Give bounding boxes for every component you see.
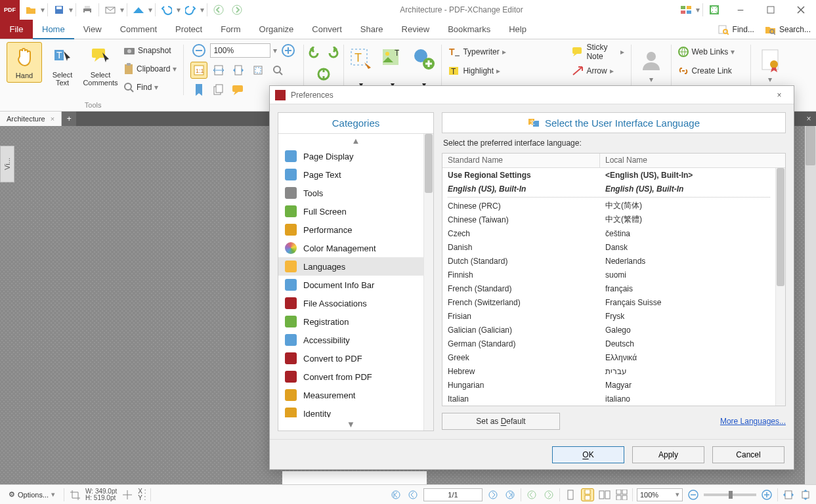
minimize-button[interactable]: ─ — [725, 0, 756, 20]
col-standard[interactable]: Standard Name — [442, 154, 600, 167]
edit-image-icon[interactable]: T — [379, 46, 406, 72]
pages-icon[interactable] — [210, 81, 227, 98]
lang-row[interactable]: Italianitaliano — [442, 392, 775, 406]
tab-comment[interactable]: Comment — [111, 20, 166, 39]
lang-row[interactable]: Dutch (Standard)Nederlands — [442, 254, 775, 268]
weblinks-button[interactable]: Web Links▾ — [676, 43, 737, 60]
bookmark-flag-icon[interactable] — [190, 81, 207, 98]
fit-visible-button[interactable] — [249, 62, 267, 79]
fit-width-button[interactable] — [230, 62, 247, 79]
highlight-button[interactable]: THighlight▸ — [446, 62, 503, 79]
lang-row[interactable]: Use Regional Settings<English (US), Buil… — [442, 168, 775, 182]
clipboard-button[interactable]: Clipboard▾ — [121, 60, 179, 77]
scan-icon[interactable] — [130, 1, 147, 18]
zoom-select[interactable]: 100%▾ — [637, 488, 683, 501]
categories-list[interactable]: ▲ Page DisplayPage TextToolsFull ScreenP… — [278, 134, 433, 430]
lang-row[interactable]: FrisianFrysk — [442, 309, 775, 323]
category-registration[interactable]: Registration — [278, 312, 433, 331]
search-button[interactable]: Search... — [760, 20, 816, 39]
category-languages[interactable]: Languages — [278, 257, 433, 276]
category-measurement[interactable]: Measurement — [278, 386, 433, 404]
cat-scroll-down[interactable]: ▼ — [278, 417, 423, 430]
lang-row[interactable]: Chinese (Taiwan)中文(繁體) — [442, 213, 775, 226]
tab-review[interactable]: Review — [393, 20, 439, 39]
lang-row[interactable]: HungarianMagyar — [442, 378, 775, 392]
nav-pane-tab[interactable]: Vi... — [0, 146, 14, 182]
close-button[interactable] — [786, 0, 816, 20]
rotate-ccw-icon[interactable] — [305, 45, 322, 62]
two-page-cont-icon[interactable] — [615, 488, 628, 501]
category-convert-from-pdf[interactable]: Convert from PDF — [278, 368, 433, 386]
doc-tab-architecture[interactable]: Architecture × — [0, 112, 62, 126]
tab-share[interactable]: Share — [351, 20, 393, 39]
lang-row[interactable]: English (US), Built-InEnglish (US), Buil… — [442, 182, 775, 196]
cancel-button[interactable]: Cancel — [712, 446, 784, 463]
lang-row[interactable]: German (Standard)Deutsch — [442, 337, 775, 350]
find-ribbon-button[interactable]: Find▾ — [121, 79, 179, 96]
save-icon[interactable] — [51, 1, 68, 18]
createlink-button[interactable]: Create Link — [676, 62, 734, 79]
tab-convert[interactable]: Convert — [303, 20, 351, 39]
edit-text-icon[interactable]: T — [348, 46, 374, 72]
zoom-marquee-button[interactable] — [269, 62, 286, 79]
select-text-tool[interactable]: T Select Text — [45, 42, 80, 89]
add-doc-tab[interactable]: + — [62, 112, 76, 126]
cat-scroll-up[interactable]: ▲ — [278, 134, 433, 147]
lang-row[interactable]: Galician (Galician)Galego — [442, 323, 775, 337]
zoom-value[interactable]: 100% — [210, 43, 270, 58]
category-full-screen[interactable]: Full Screen — [278, 202, 433, 220]
close-doc-icon[interactable]: × — [51, 115, 54, 123]
tab-view[interactable]: View — [74, 20, 111, 39]
comment-flag-icon[interactable] — [230, 81, 247, 98]
open-icon[interactable] — [22, 1, 39, 18]
lang-row[interactable]: GreekΕλληνικά — [442, 350, 775, 364]
lang-scrollbar[interactable] — [775, 168, 785, 406]
hand-tool[interactable]: Hand — [7, 42, 42, 83]
lang-row[interactable]: DanishDansk — [442, 240, 775, 254]
lang-row[interactable]: French (Standard)français — [442, 282, 775, 295]
sign-button[interactable]: ▾ — [635, 46, 667, 87]
lang-row[interactable]: Hebrewעברית — [442, 364, 775, 378]
tab-form[interactable]: Form — [211, 20, 249, 39]
fullscreen-icon[interactable] — [706, 1, 723, 18]
lang-row[interactable]: Finnishsuomi — [442, 268, 775, 282]
next-page-icon[interactable] — [486, 488, 500, 501]
fit-width-sb-icon[interactable] — [782, 488, 795, 501]
redo-icon[interactable] — [182, 1, 199, 18]
two-page-icon[interactable] — [598, 488, 611, 501]
last-page-icon[interactable] — [504, 488, 517, 501]
category-tools[interactable]: Tools — [278, 184, 433, 202]
actual-size-button[interactable]: 1:1 — [190, 62, 207, 79]
typewriter-button[interactable]: TTypewriter▸ — [446, 43, 508, 60]
tab-bookmarks[interactable]: Bookmarks — [439, 20, 500, 39]
first-page-icon[interactable] — [389, 488, 402, 501]
fit-page-sb-icon[interactable] — [799, 488, 812, 501]
tab-home[interactable]: Home — [33, 20, 74, 39]
ok-button[interactable]: OK — [552, 446, 624, 463]
prev-page-icon[interactable] — [406, 488, 419, 501]
ui-options-icon[interactable] — [677, 1, 695, 18]
tab-help[interactable]: Help — [500, 20, 536, 39]
sb-zoom-out-icon[interactable] — [687, 488, 700, 501]
arrow-button[interactable]: Arrow▸ — [569, 62, 616, 79]
sb-zoom-in-icon[interactable] — [760, 488, 773, 501]
undo-icon[interactable] — [158, 1, 175, 18]
category-accessibility[interactable]: Accessibility — [278, 331, 433, 349]
nav-back-sb-icon[interactable] — [525, 488, 538, 501]
page-box[interactable]: 1/1 — [423, 488, 483, 501]
sb-options[interactable]: ⚙Options...▾ — [4, 487, 60, 503]
fit-page-button[interactable] — [210, 62, 227, 79]
crop-icon[interactable] — [68, 488, 81, 501]
lang-row[interactable]: Chinese (PRC)中文(简体) — [442, 199, 775, 213]
zoom-in-button[interactable] — [280, 42, 297, 59]
nav-back-icon[interactable] — [210, 1, 227, 18]
category-document-info-bar[interactable]: Document Info Bar — [278, 276, 433, 294]
add-content-icon[interactable] — [411, 46, 437, 72]
tab-organize[interactable]: Organize — [250, 20, 303, 39]
category-color-management[interactable]: Color Management — [278, 239, 433, 257]
lang-row[interactable]: Czechčeština — [442, 226, 775, 240]
category-convert-to-pdf[interactable]: Convert to PDF — [278, 349, 433, 368]
lang-row[interactable]: French (Switzerland)Français Suisse — [442, 295, 775, 309]
canvas-scrollbar[interactable] — [805, 126, 816, 484]
maximize-button[interactable] — [756, 0, 786, 20]
